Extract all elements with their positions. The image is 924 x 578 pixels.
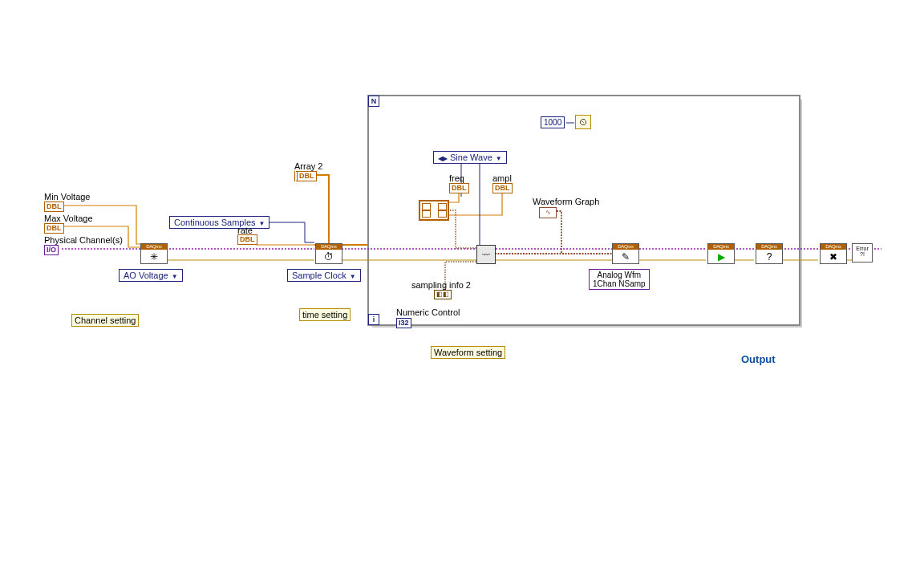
daq-header: DAQmx [141,244,167,250]
wait-ms-node[interactable]: ⏲ [575,115,591,129]
daq-header-4: DAQmx [708,244,734,250]
sample-clock-selector[interactable]: Sample Clock [287,269,361,282]
daq-header-3: DAQmx [613,244,638,250]
analog-wfm-selector[interactable]: Analog Wfm 1Chan NSamp [589,269,650,290]
loop-iteration-terminal: i [368,314,379,325]
rate-terminal[interactable]: DBL [237,234,257,245]
error-text: Error [856,246,869,251]
daq-create-body: ✳ [141,250,167,263]
continuous-samples-selector[interactable]: Continuous Samples [169,216,270,229]
ampl-label: ampl [492,173,512,183]
loop-count-terminal[interactable]: N [368,96,379,107]
freq-label: freq [449,173,464,183]
array2-terminal[interactable]: DBL [294,171,317,181]
bundle-node[interactable] [419,200,449,221]
min-voltage-label: Min Voltage [44,192,90,201]
daq-clear-body: ✖ [821,250,846,263]
ms-constant[interactable]: 1000 [541,116,565,128]
daqmx-clear-node[interactable]: DAQmx ✖ [820,243,847,264]
signal-generator-node[interactable]: 〰 [476,245,496,264]
waveform-setting-label: Waveform setting [431,346,505,359]
sampling-info-terminal[interactable]: ◧◧ [434,290,452,299]
max-voltage-label: Max Voltage [44,214,93,223]
channel-setting-label: Channel setting [71,314,139,327]
freq-terminal[interactable]: DBL [449,183,469,193]
daqmx-write-node[interactable]: DAQmx ✎ [612,243,639,264]
daqmx-start-node[interactable]: DAQmx ▶ [707,243,735,264]
daq-write-body: ✎ [613,250,638,263]
daq-wait-body: ? [756,250,782,263]
physical-channels-label: Physical Channel(s) [44,235,123,245]
physical-channels-terminal[interactable]: I/O [44,245,59,255]
daq-start-body: ▶ [708,250,734,263]
ampl-terminal[interactable]: DBL [492,183,513,193]
ao-voltage-selector[interactable]: AO Voltage [119,269,183,282]
daq-header-2: DAQmx [316,244,342,250]
min-voltage-terminal[interactable]: DBL [44,201,64,212]
numeric-control-terminal[interactable]: I32 [396,318,411,328]
max-voltage-terminal[interactable]: DBL [44,223,64,234]
array2-label: Array 2 [294,161,322,171]
block-diagram-canvas: N i Min Voltage DBL Max Voltage DBL Phys… [0,0,924,578]
daqmx-create-channel-node[interactable]: DAQmx ✳ [140,243,168,264]
output-label: Output [741,353,776,365]
numeric-control-label: Numeric Control [396,307,460,317]
daq-header-5: DAQmx [756,244,782,250]
error-handler-node[interactable]: Error?! [852,243,873,263]
daq-header-6: DAQmx [821,244,846,250]
waveform-graph-terminal[interactable]: ∿ [539,207,557,218]
time-setting-label: time setting [299,308,351,321]
waveform-graph-label: Waveform Graph [533,197,599,206]
daqmx-timing-node[interactable]: DAQmx ⏱ [315,243,342,264]
sampling-info-label: sampling info 2 [411,280,471,290]
daqmx-wait-node[interactable]: DAQmx ? [756,243,783,264]
daq-timing-body: ⏱ [316,250,342,263]
sine-wave-selector[interactable]: Sine Wave [433,151,507,164]
